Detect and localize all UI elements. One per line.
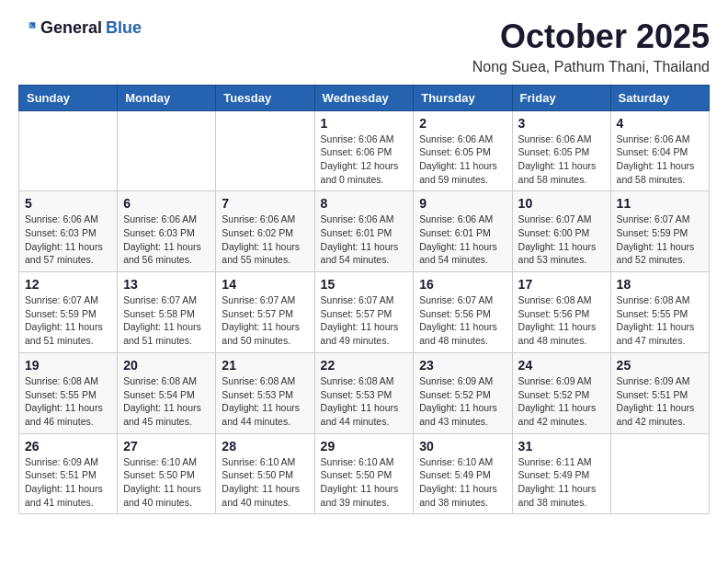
calendar-cell: 5Sunrise: 6:06 AMSunset: 6:03 PMDaylight… — [19, 191, 118, 272]
calendar-cell: 29Sunrise: 6:10 AMSunset: 5:50 PMDayligh… — [314, 433, 414, 514]
weekday-header-tuesday: Tuesday — [216, 85, 314, 110]
day-number: 31 — [518, 439, 605, 454]
day-info: Sunrise: 6:08 AMSunset: 5:55 PMDaylight:… — [25, 374, 111, 429]
day-info: Sunrise: 6:06 AMSunset: 6:05 PMDaylight:… — [518, 132, 605, 187]
weekday-header-saturday: Saturday — [610, 85, 709, 110]
day-number: 29 — [321, 439, 408, 454]
day-number: 2 — [419, 116, 506, 131]
calendar-cell: 26Sunrise: 6:09 AMSunset: 5:51 PMDayligh… — [19, 433, 118, 514]
day-info: Sunrise: 6:06 AMSunset: 6:04 PMDaylight:… — [617, 132, 703, 187]
day-number: 5 — [25, 196, 111, 211]
calendar-week-1: 1Sunrise: 6:06 AMSunset: 6:06 PMDaylight… — [19, 110, 710, 191]
calendar-week-5: 26Sunrise: 6:09 AMSunset: 5:51 PMDayligh… — [19, 433, 710, 514]
logo-general-text: General — [40, 18, 102, 38]
calendar-cell: 7Sunrise: 6:06 AMSunset: 6:02 PMDaylight… — [216, 191, 314, 272]
logo: GeneralBlue — [18, 18, 142, 38]
day-info: Sunrise: 6:08 AMSunset: 5:53 PMDaylight:… — [321, 374, 408, 429]
day-number: 1 — [321, 116, 408, 131]
day-number: 8 — [321, 196, 408, 211]
day-number: 4 — [617, 116, 703, 131]
calendar-cell — [19, 110, 118, 191]
calendar-cell: 27Sunrise: 6:10 AMSunset: 5:50 PMDayligh… — [118, 433, 216, 514]
day-number: 17 — [518, 277, 605, 292]
page-header: GeneralBlue October 2025 Nong Suea, Path… — [18, 18, 710, 75]
logo-blue-text: Blue — [106, 18, 142, 38]
calendar-cell: 31Sunrise: 6:11 AMSunset: 5:49 PMDayligh… — [512, 433, 610, 514]
calendar-cell: 11Sunrise: 6:07 AMSunset: 5:59 PMDayligh… — [610, 191, 709, 272]
day-info: Sunrise: 6:06 AMSunset: 6:06 PMDaylight:… — [321, 132, 408, 187]
day-info: Sunrise: 6:10 AMSunset: 5:50 PMDaylight:… — [123, 455, 210, 510]
calendar-cell: 2Sunrise: 6:06 AMSunset: 6:05 PMDaylight… — [414, 110, 512, 191]
calendar-cell: 8Sunrise: 6:06 AMSunset: 6:01 PMDaylight… — [314, 191, 414, 272]
calendar-cell: 10Sunrise: 6:07 AMSunset: 6:00 PMDayligh… — [512, 191, 610, 272]
day-number: 24 — [518, 358, 605, 373]
calendar-cell — [216, 110, 314, 191]
weekday-header-sunday: Sunday — [19, 85, 118, 110]
day-info: Sunrise: 6:10 AMSunset: 5:50 PMDaylight:… — [321, 455, 408, 510]
day-info: Sunrise: 6:06 AMSunset: 6:05 PMDaylight:… — [419, 132, 506, 187]
calendar-cell: 22Sunrise: 6:08 AMSunset: 5:53 PMDayligh… — [314, 352, 414, 433]
calendar-week-4: 19Sunrise: 6:08 AMSunset: 5:55 PMDayligh… — [19, 352, 710, 433]
calendar-cell: 12Sunrise: 6:07 AMSunset: 5:59 PMDayligh… — [19, 272, 118, 353]
day-info: Sunrise: 6:06 AMSunset: 6:03 PMDaylight:… — [25, 213, 111, 267]
title-section: October 2025 Nong Suea, Pathum Thani, Th… — [472, 18, 710, 75]
calendar-cell: 19Sunrise: 6:08 AMSunset: 5:55 PMDayligh… — [19, 352, 118, 433]
day-info: Sunrise: 6:07 AMSunset: 5:56 PMDaylight:… — [419, 293, 506, 348]
day-info: Sunrise: 6:07 AMSunset: 6:00 PMDaylight:… — [518, 213, 605, 267]
day-info: Sunrise: 6:08 AMSunset: 5:53 PMDaylight:… — [222, 374, 308, 429]
calendar-cell: 13Sunrise: 6:07 AMSunset: 5:58 PMDayligh… — [118, 272, 216, 353]
day-info: Sunrise: 6:09 AMSunset: 5:52 PMDaylight:… — [518, 374, 605, 429]
day-number: 15 — [321, 277, 408, 292]
calendar-week-3: 12Sunrise: 6:07 AMSunset: 5:59 PMDayligh… — [19, 272, 710, 353]
day-number: 27 — [123, 439, 210, 454]
day-number: 9 — [419, 196, 506, 211]
day-info: Sunrise: 6:07 AMSunset: 5:57 PMDaylight:… — [321, 293, 408, 348]
calendar-cell: 25Sunrise: 6:09 AMSunset: 5:51 PMDayligh… — [610, 352, 709, 433]
weekday-header-friday: Friday — [512, 85, 610, 110]
weekday-header-row: SundayMondayTuesdayWednesdayThursdayFrid… — [19, 85, 710, 110]
day-number: 22 — [321, 358, 408, 373]
calendar-cell: 21Sunrise: 6:08 AMSunset: 5:53 PMDayligh… — [216, 352, 314, 433]
location-title: Nong Suea, Pathum Thani, Thailand — [472, 59, 710, 75]
day-number: 18 — [617, 277, 703, 292]
day-info: Sunrise: 6:07 AMSunset: 5:58 PMDaylight:… — [123, 293, 210, 348]
day-number: 30 — [419, 439, 506, 454]
day-number: 3 — [518, 116, 605, 131]
day-number: 7 — [222, 196, 308, 211]
calendar-cell: 15Sunrise: 6:07 AMSunset: 5:57 PMDayligh… — [314, 272, 414, 353]
calendar-cell: 6Sunrise: 6:06 AMSunset: 6:03 PMDaylight… — [118, 191, 216, 272]
logo-icon — [18, 19, 37, 38]
calendar-cell: 16Sunrise: 6:07 AMSunset: 5:56 PMDayligh… — [414, 272, 512, 353]
calendar-cell — [118, 110, 216, 191]
day-info: Sunrise: 6:09 AMSunset: 5:51 PMDaylight:… — [617, 374, 703, 429]
calendar-cell: 20Sunrise: 6:08 AMSunset: 5:54 PMDayligh… — [118, 352, 216, 433]
day-info: Sunrise: 6:10 AMSunset: 5:50 PMDaylight:… — [222, 455, 308, 510]
day-number: 21 — [222, 358, 308, 373]
day-info: Sunrise: 6:06 AMSunset: 6:03 PMDaylight:… — [123, 213, 210, 267]
day-info: Sunrise: 6:09 AMSunset: 5:52 PMDaylight:… — [419, 374, 506, 429]
calendar-cell — [610, 433, 709, 514]
calendar-table: SundayMondayTuesdayWednesdayThursdayFrid… — [18, 85, 710, 515]
weekday-header-thursday: Thursday — [414, 85, 512, 110]
day-number: 10 — [518, 196, 605, 211]
day-number: 12 — [25, 277, 111, 292]
day-info: Sunrise: 6:10 AMSunset: 5:49 PMDaylight:… — [419, 455, 506, 510]
day-info: Sunrise: 6:06 AMSunset: 6:02 PMDaylight:… — [222, 213, 308, 267]
day-info: Sunrise: 6:09 AMSunset: 5:51 PMDaylight:… — [25, 455, 111, 510]
calendar-cell: 14Sunrise: 6:07 AMSunset: 5:57 PMDayligh… — [216, 272, 314, 353]
day-number: 13 — [123, 277, 210, 292]
day-number: 14 — [222, 277, 308, 292]
weekday-header-wednesday: Wednesday — [314, 85, 414, 110]
day-number: 23 — [419, 358, 506, 373]
calendar-cell: 30Sunrise: 6:10 AMSunset: 5:49 PMDayligh… — [414, 433, 512, 514]
day-number: 25 — [617, 358, 703, 373]
day-info: Sunrise: 6:08 AMSunset: 5:54 PMDaylight:… — [123, 374, 210, 429]
day-info: Sunrise: 6:06 AMSunset: 6:01 PMDaylight:… — [321, 213, 408, 267]
day-info: Sunrise: 6:08 AMSunset: 5:56 PMDaylight:… — [518, 293, 605, 348]
day-number: 11 — [617, 196, 703, 211]
day-info: Sunrise: 6:07 AMSunset: 5:59 PMDaylight:… — [617, 213, 703, 267]
day-number: 19 — [25, 358, 111, 373]
calendar-cell: 1Sunrise: 6:06 AMSunset: 6:06 PMDaylight… — [314, 110, 414, 191]
month-title: October 2025 — [472, 18, 710, 55]
calendar-cell: 28Sunrise: 6:10 AMSunset: 5:50 PMDayligh… — [216, 433, 314, 514]
